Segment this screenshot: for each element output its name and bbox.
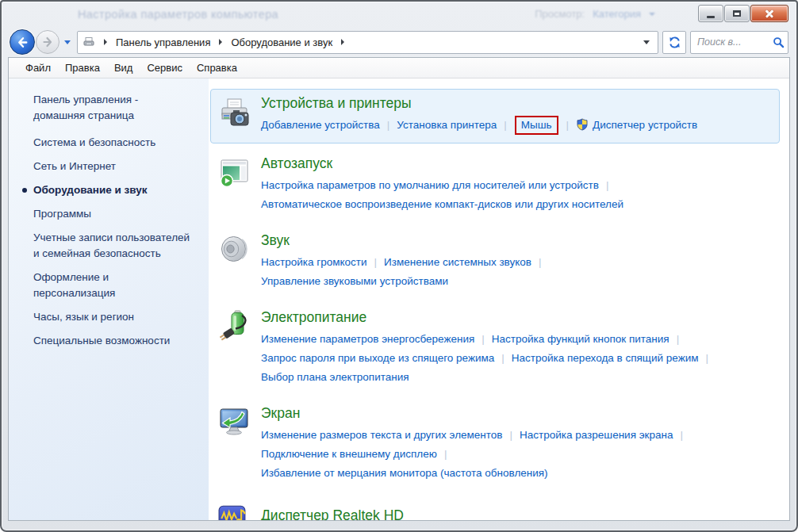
menu-item[interactable]: Правка [58, 59, 107, 76]
link-separator: | [374, 256, 377, 268]
task-link-label: Выбор плана электропитания [261, 371, 409, 383]
forward-button[interactable] [36, 30, 59, 54]
sidebar-item[interactable]: Система и безопасность [33, 135, 192, 151]
section-realtek: Диспетчер Realtek HD [210, 496, 780, 520]
address-dropdown-icon[interactable] [643, 40, 650, 44]
task-link[interactable]: Автоматическое воспроизведение компакт-д… [261, 198, 623, 210]
task-link[interactable]: Настройка параметров по умолчанию для но… [261, 179, 599, 191]
refresh-button[interactable] [662, 31, 686, 54]
task-link[interactable]: Настройка перехода в спящий режим [512, 352, 699, 364]
breadcrumb-arrow-icon[interactable] [219, 39, 222, 45]
sidebar-item[interactable]: Специальные возможности [33, 333, 192, 349]
search-box [690, 31, 788, 54]
devices-and-printers-icon[interactable] [218, 95, 261, 137]
section-title-autoplay[interactable]: Автозапуск [261, 155, 771, 172]
close-button[interactable] [750, 5, 788, 22]
task-link[interactable]: Настройка громкости [261, 256, 366, 268]
speaker-icon[interactable] [218, 232, 261, 291]
task-link-label: Диспетчер устройств [593, 119, 697, 131]
power-icon[interactable] [218, 309, 261, 387]
task-link-row: Настройка громкости|Изменение системных … [261, 253, 771, 272]
client-area: ФайлПравкаВидСервисСправка Панель управл… [8, 57, 790, 521]
task-link[interactable]: Выбор плана электропитания [261, 371, 409, 383]
task-link[interactable]: Запрос пароля при выходе из спящего режи… [261, 352, 494, 364]
task-link-label: Избавление от мерцания монитора (частота… [261, 467, 548, 479]
task-link[interactable]: Изменение параметров энергосбережения [261, 333, 474, 345]
realtek-hd-icon[interactable] [218, 502, 261, 520]
task-link-label: Добавление устройства [261, 119, 380, 131]
task-link-label: Управление звуковыми устройствами [261, 275, 448, 287]
close-icon [764, 8, 775, 19]
task-link-label: Установка принтера [397, 119, 497, 131]
link-separator: | [606, 179, 609, 191]
link-separator: | [680, 429, 683, 441]
sidebar-item[interactable]: Часы, язык и регион [33, 309, 192, 325]
sidebar: Панель управления - домашняя страницаСис… [9, 78, 209, 520]
maximize-button[interactable] [724, 5, 750, 22]
link-separator: | [566, 119, 570, 131]
window: Настройка параметров компьютера Просмотр… [0, 0, 798, 532]
section-title-sound[interactable]: Звук [261, 232, 771, 249]
section-devices-printers: Устройства и принтерыДобавление устройст… [210, 89, 780, 144]
task-link[interactable]: Настройка функций кнопок питания [492, 333, 669, 345]
search-input[interactable] [696, 36, 773, 48]
ghost-view-options: Просмотр: Категория [535, 8, 655, 20]
menu-item[interactable]: Файл [18, 59, 58, 76]
sidebar-item[interactable]: Панель управления - домашняя страница [33, 92, 192, 124]
chevron-down-icon [649, 13, 655, 16]
breadcrumb-arrow-icon[interactable] [341, 39, 344, 45]
active-bullet-icon [22, 188, 27, 193]
sidebar-item[interactable]: Программы [33, 206, 192, 222]
task-link-label: Настройка громкости [261, 256, 366, 268]
autoplay-icon[interactable] [218, 155, 261, 214]
task-link-row: Подключение к внешнему дисплею| [261, 445, 771, 464]
breadcrumb-item[interactable]: Оборудование и звук [229, 35, 334, 50]
link-separator: | [504, 119, 507, 131]
menu-item[interactable]: Вид [107, 59, 140, 76]
task-link-label: Изменение размеров текста и других элеме… [261, 429, 503, 441]
link-separator: | [444, 448, 447, 460]
task-link[interactable]: Диспетчер устройств [576, 119, 697, 131]
section-title-power[interactable]: Электропитание [261, 309, 771, 326]
sidebar-item[interactable]: Оборудование и звук [33, 182, 192, 198]
task-link[interactable]: Избавление от мерцания монитора (частота… [261, 467, 548, 479]
task-link[interactable]: Мышь [515, 116, 558, 135]
link-separator: | [677, 333, 680, 345]
sidebar-item[interactable]: Сеть и Интернет [33, 159, 192, 174]
recent-pages-dropdown-icon[interactable] [64, 40, 71, 44]
minimize-icon [707, 16, 715, 18]
back-button[interactable] [10, 29, 35, 55]
task-link[interactable]: Управление звуковыми устройствами [261, 275, 448, 287]
link-separator: | [387, 119, 390, 131]
task-link-row: Настройка параметров по умолчанию для но… [261, 176, 771, 195]
section-title-realtek[interactable]: Диспетчер Realtek HD [261, 507, 771, 520]
address-bar[interactable]: Панель управленияОборудование и звук [77, 31, 658, 54]
section-sound: ЗвукНастройка громкости|Изменение систем… [210, 226, 780, 297]
menu-item[interactable]: Справка [190, 59, 244, 76]
ghost-view-value: Категория [593, 8, 641, 20]
task-link-label: Изменение системных звуков [384, 256, 531, 268]
display-icon[interactable] [218, 405, 261, 483]
minimize-button[interactable] [698, 5, 723, 22]
task-link[interactable]: Установка принтера [397, 119, 497, 131]
task-link-row: Выбор плана электропитания [261, 368, 771, 387]
maximize-icon [733, 10, 741, 17]
search-icon[interactable] [773, 36, 785, 48]
task-link[interactable]: Изменение размеров текста и других элеме… [261, 429, 503, 441]
task-link[interactable]: Изменение системных звуков [384, 256, 531, 268]
task-link-label: Настройка разрешения экрана [520, 429, 673, 441]
section-title-display[interactable]: Экран [261, 405, 771, 422]
task-link[interactable]: Добавление устройства [261, 119, 380, 131]
sidebar-item[interactable]: Оформление и персонализация [33, 270, 192, 301]
task-link-label: Мышь [521, 119, 552, 131]
breadcrumb-item[interactable]: Панель управления [114, 35, 212, 50]
section-title-devices-printers[interactable]: Устройства и принтеры [261, 95, 771, 112]
task-link-label: Автоматическое воспроизведение компакт-д… [261, 198, 623, 210]
task-link[interactable]: Настройка разрешения экрана [520, 429, 673, 441]
breadcrumb-arrow-icon[interactable] [104, 39, 107, 45]
task-link[interactable]: Подключение к внешнему дисплею [261, 448, 437, 460]
menu-item[interactable]: Сервис [140, 59, 190, 76]
sidebar-item[interactable]: Учетные записи пользователей и семейная … [33, 230, 192, 262]
link-separator: | [510, 429, 513, 441]
task-link-label: Настройка перехода в спящий режим [512, 352, 699, 364]
